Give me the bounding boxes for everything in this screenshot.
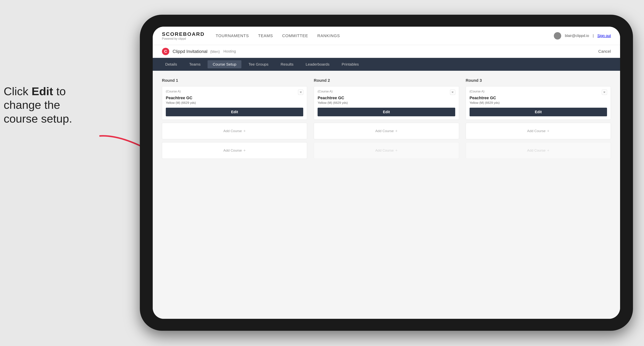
course-label-2: (Course A) bbox=[318, 90, 332, 93]
course-delete-button[interactable]: ✕ bbox=[298, 90, 303, 95]
course-name: Peachtree GC bbox=[166, 96, 303, 100]
tab-results[interactable]: Results bbox=[276, 60, 299, 68]
course-card-header-3: (Course A) ✕ bbox=[470, 90, 607, 95]
separator: | bbox=[593, 34, 594, 38]
nav-tournaments[interactable]: TOURNAMENTS bbox=[216, 33, 249, 38]
course-name-3: Peachtree GC bbox=[470, 96, 607, 100]
round-2-add-course-1[interactable]: Add Course + bbox=[314, 123, 459, 139]
tab-teams[interactable]: Teams bbox=[184, 60, 206, 68]
tab-bar: Details Teams Course Setup Tee Groups Re… bbox=[153, 58, 620, 71]
tablet-shell: SCOREBOARD Powered by clippd TOURNAMENTS… bbox=[140, 15, 633, 331]
round-1-column: Round 1 (Course A) ✕ Peachtree GC Yellow… bbox=[162, 78, 307, 162]
tab-tee-groups[interactable]: Tee Groups bbox=[243, 60, 274, 68]
top-nav: SCOREBOARD Powered by clippd TOURNAMENTS… bbox=[153, 27, 620, 45]
round-2-course-card: (Course A) ✕ Peachtree GC Yellow (M) (66… bbox=[314, 86, 459, 120]
round-1-add-course-1[interactable]: Add Course + bbox=[162, 123, 307, 139]
logo-sub-text: Powered by clippd bbox=[162, 37, 204, 40]
user-email: blair@clippd.io bbox=[565, 34, 589, 38]
tab-printables[interactable]: Printables bbox=[336, 60, 364, 68]
round-3-title: Round 3 bbox=[466, 78, 611, 83]
nav-committee[interactable]: COMMITTEE bbox=[282, 33, 308, 38]
round-1-title: Round 1 bbox=[162, 78, 307, 83]
round-3-course-card: (Course A) ✕ Peachtree GC Yellow (M) (66… bbox=[466, 86, 611, 120]
round-3-edit-button[interactable]: Edit bbox=[470, 108, 607, 116]
course-label-3: (Course A) bbox=[470, 90, 484, 93]
course-2-delete-button[interactable]: ✕ bbox=[450, 90, 455, 95]
user-avatar bbox=[554, 32, 561, 39]
tablet-screen: SCOREBOARD Powered by clippd TOURNAMENTS… bbox=[153, 27, 620, 319]
hosting-label: Hosting bbox=[224, 49, 236, 53]
tab-details[interactable]: Details bbox=[160, 60, 182, 68]
sub-header: C Clippd Invitational (Men) Hosting Canc… bbox=[153, 45, 620, 58]
course-card-header-2: (Course A) ✕ bbox=[318, 90, 455, 95]
course-name-2: Peachtree GC bbox=[318, 96, 455, 100]
sign-out-link[interactable]: Sign out bbox=[598, 34, 611, 38]
tournament-title: Clippd Invitational (Men) bbox=[172, 49, 220, 54]
top-nav-user: blair@clippd.io | Sign out bbox=[554, 32, 611, 39]
rounds-container: Round 1 (Course A) ✕ Peachtree GC Yellow… bbox=[162, 78, 611, 162]
brand-logo: C bbox=[162, 48, 169, 55]
round-3-column: Round 3 (Course A) ✕ Peachtree GC Yellow… bbox=[466, 78, 611, 162]
round-2-column: Round 2 (Course A) ✕ Peachtree GC Yellow… bbox=[314, 78, 459, 162]
main-content: Round 1 (Course A) ✕ Peachtree GC Yellow… bbox=[153, 71, 620, 319]
tab-leaderboards[interactable]: Leaderboards bbox=[300, 60, 335, 68]
round-1-add-course-2[interactable]: Add Course + bbox=[162, 142, 307, 159]
top-nav-links: TOURNAMENTS TEAMS COMMITTEE RANKINGS bbox=[216, 33, 554, 38]
instruction-keyword: Edit bbox=[32, 85, 53, 98]
round-2-edit-button[interactable]: Edit bbox=[318, 108, 455, 116]
course-label: (Course A) bbox=[166, 90, 181, 93]
scoreboard-logo: SCOREBOARD Powered by clippd bbox=[162, 31, 204, 40]
round-3-add-course-2: Add Course + bbox=[466, 142, 611, 159]
course-3-delete-button[interactable]: ✕ bbox=[602, 90, 607, 95]
round-3-add-course-1[interactable]: Add Course + bbox=[466, 123, 611, 139]
cancel-button[interactable]: Cancel bbox=[598, 49, 611, 54]
course-tee-3: Yellow (M) (6629 yds) bbox=[470, 101, 607, 105]
logo-main-text: SCOREBOARD bbox=[162, 31, 204, 37]
course-card-header: (Course A) ✕ bbox=[166, 90, 303, 95]
round-1-edit-button[interactable]: Edit bbox=[166, 108, 303, 116]
nav-rankings[interactable]: RANKINGS bbox=[318, 33, 340, 38]
round-1-course-card: (Course A) ✕ Peachtree GC Yellow (M) (66… bbox=[162, 86, 307, 120]
nav-teams[interactable]: TEAMS bbox=[258, 33, 273, 38]
course-tee: Yellow (M) (6629 yds) bbox=[166, 101, 303, 105]
instruction-text: Click Edit tochange thecourse setup. bbox=[4, 85, 110, 126]
round-2-add-course-2: Add Course + bbox=[314, 142, 459, 159]
tab-course-setup[interactable]: Course Setup bbox=[208, 60, 242, 68]
round-2-title: Round 2 bbox=[314, 78, 459, 83]
course-tee-2: Yellow (M) (6629 yds) bbox=[318, 101, 455, 105]
